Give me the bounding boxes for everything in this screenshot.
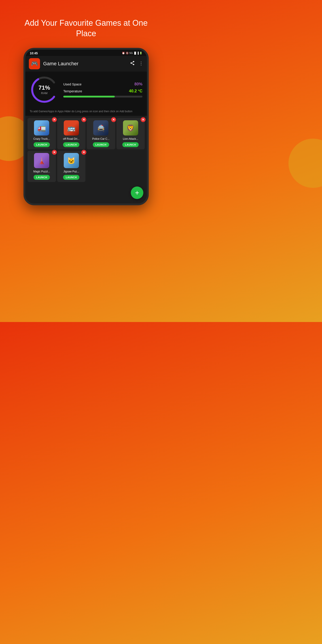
bottom-area: + xyxy=(25,184,147,204)
svg-point-0 xyxy=(133,61,134,62)
launch-lion-attack[interactable]: LAUNCH xyxy=(122,142,139,147)
game-card-jigsaw-puzzle[interactable]: ✕ 🐱 Jigsaw Puz... LAUNCH xyxy=(57,151,86,182)
game-name-police-car: Police Car C... xyxy=(88,137,113,140)
game-card-lion-attack[interactable]: ✕ 🦁 Lion Attack... LAUNCH xyxy=(116,118,145,149)
status-bar: 10:45 ⏰ 🔇 5G ▐▌▐ 🔋 xyxy=(25,50,147,56)
launch-jigsaw-puzzle[interactable]: LAUNCH xyxy=(63,175,80,180)
stats-section: 71% RAM Used Space 80% Temperature 40.2 … xyxy=(25,72,147,108)
game-card-police-car[interactable]: ✕ 🚔 Police Car C... LAUNCH xyxy=(87,118,115,149)
app-title: Game Launcher xyxy=(43,61,127,67)
app-header: 🎮 Game Launcher ⋮ xyxy=(25,56,147,72)
add-game-fab[interactable]: + xyxy=(131,186,143,199)
game-name-crazy-truck: Crazy Truck... xyxy=(29,137,54,140)
game-thumb-jigsaw-puzzle: 🐱 xyxy=(64,153,79,168)
game-thumb-police-car: 🚔 xyxy=(93,120,108,136)
game-thumb-magic-puzzle: 🗼 xyxy=(34,153,49,168)
game-thumb-off-road: 🚌 xyxy=(64,120,79,136)
used-space-label: Used Space xyxy=(63,82,82,86)
ram-gauge: 71% RAM xyxy=(30,75,59,104)
remove-police-car[interactable]: ✕ xyxy=(111,117,116,122)
svg-point-1 xyxy=(130,62,132,64)
launch-police-car[interactable]: LAUNCH xyxy=(93,142,109,147)
game-thumb-lion-attack: 🦁 xyxy=(123,120,138,136)
remove-off-road[interactable]: ✕ xyxy=(82,117,86,122)
remove-lion-attack[interactable]: ✕ xyxy=(141,117,146,122)
used-space-row: Used Space 80% xyxy=(63,82,142,86)
phone-frame: 10:45 ⏰ 🔇 5G ▐▌▐ 🔋 🎮 Game Launcher ⋮ xyxy=(24,48,149,206)
hero-heading: Add Your Favourite Games at One Place xyxy=(0,0,172,48)
header-icons: ⋮ xyxy=(130,60,143,67)
games-grid: ✕ 🚛 Crazy Truck... LAUNCH ✕ 🚌 off Road D… xyxy=(25,116,147,184)
remove-jigsaw-puzzle[interactable]: ✕ xyxy=(82,150,86,155)
game-card-crazy-truck[interactable]: ✕ 🚛 Crazy Truck... LAUNCH xyxy=(28,118,56,149)
launch-crazy-truck[interactable]: LAUNCH xyxy=(34,142,50,147)
game-thumb-crazy-truck: 🚛 xyxy=(34,120,49,136)
game-card-magic-puzzle[interactable]: ✕ 🗼 Magic Puzzl... LAUNCH xyxy=(28,151,56,182)
plus-icon: + xyxy=(135,189,139,197)
temperature-label: Temperature xyxy=(63,89,82,93)
temp-bar xyxy=(63,96,142,98)
game-name-magic-puzzle: Magic Puzzl... xyxy=(29,170,54,173)
empty-cell-1 xyxy=(87,151,115,182)
more-options-icon[interactable]: ⋮ xyxy=(139,60,143,67)
status-icons: ⏰ 🔇 5G ▐▌▐ 🔋 xyxy=(122,52,142,54)
remove-crazy-truck[interactable]: ✕ xyxy=(52,117,57,122)
svg-line-4 xyxy=(132,62,133,63)
game-name-lion-attack: Lion Attack... xyxy=(118,137,143,140)
hint-text: To add Games/Apps in Apps Hider do Long … xyxy=(25,108,147,116)
used-space-value: 80% xyxy=(134,82,142,86)
remove-magic-puzzle[interactable]: ✕ xyxy=(52,150,57,155)
share-icon[interactable] xyxy=(130,60,135,67)
ram-label: RAM xyxy=(38,91,50,94)
empty-cell-2 xyxy=(116,151,145,182)
svg-line-3 xyxy=(132,63,133,64)
launch-magic-puzzle[interactable]: LAUNCH xyxy=(34,175,50,180)
stats-right: Used Space 80% Temperature 40.2 °C xyxy=(63,82,142,98)
app-logo: 🎮 xyxy=(29,58,40,69)
temperature-value: 40.2 °C xyxy=(129,89,142,94)
svg-point-2 xyxy=(133,64,134,65)
game-card-off-road[interactable]: ✕ 🚌 off Road Dri... LAUNCH xyxy=(57,118,86,149)
temperature-row: Temperature 40.2 °C xyxy=(63,89,142,94)
game-name-jigsaw-puzzle: Jigsaw Puz... xyxy=(59,170,84,173)
ram-percent-value: 71% xyxy=(38,84,50,90)
status-time: 10:45 xyxy=(30,52,38,55)
launch-off-road[interactable]: LAUNCH xyxy=(63,142,80,147)
game-name-off-road: off Road Dri... xyxy=(59,137,84,140)
